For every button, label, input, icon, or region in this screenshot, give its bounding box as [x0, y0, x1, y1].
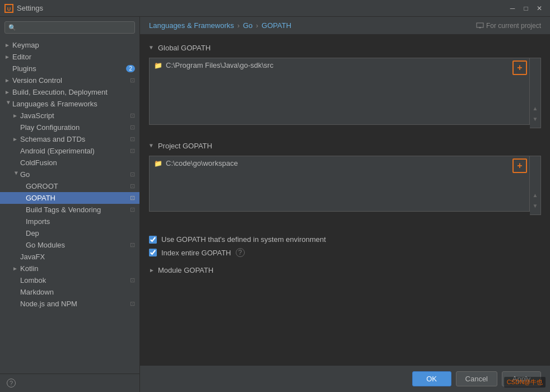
project-path-text-0: C:\code\go\workspace: [166, 159, 238, 167]
search-input[interactable]: [18, 24, 131, 31]
sidebar-item-label: Node.js and NPM: [20, 300, 128, 308]
sidebar-item-editor[interactable]: ► Editor: [0, 51, 139, 63]
sidebar-item-play-configuration[interactable]: Play Configuration ⊡: [0, 122, 139, 133]
sidebar-item-javafx[interactable]: JavaFX: [0, 251, 139, 263]
sidebar-item-plugins[interactable]: Plugins 2: [0, 63, 139, 74]
settings-content: ► Global GOPATH 📁 C:\Program Files\Java\…: [140, 35, 550, 365]
sidebar-item-label: ColdFusion: [20, 158, 135, 167]
checkbox-section: Use GOPATH that's defined in system envi…: [149, 228, 541, 264]
folder-icon: 📁: [154, 160, 162, 167]
sidebar-item-label: GOPATH: [26, 194, 128, 202]
arrow-icon: ►: [4, 42, 12, 48]
watermark: CSDN@牛也: [504, 377, 546, 388]
collapse-arrow-icon[interactable]: ►: [148, 45, 155, 51]
sidebar-item-android[interactable]: Android (Experimental) ⊡: [0, 145, 139, 157]
arrow-icon: ►: [12, 113, 20, 119]
module-gopath-section: ► Module GOPATH: [149, 264, 541, 277]
copy-icon: ⊡: [130, 300, 135, 307]
use-gopath-env-checkbox[interactable]: [149, 236, 157, 244]
sidebar-item-gopath[interactable]: GOPATH ⊡: [0, 192, 139, 204]
sidebar-item-label: Build, Execution, Deployment: [12, 88, 135, 96]
scroll-up-icon[interactable]: ▲: [532, 104, 539, 113]
project-gopath-list-wrapper: 📁 C:\code\go\workspace + ▲ ▼: [149, 156, 541, 215]
sidebar-item-label: Markdown: [20, 288, 135, 296]
breadcrumb-sep-2: ›: [256, 22, 258, 30]
global-gopath-section: ► Global GOPATH 📁 C:\Program Files\Java\…: [149, 44, 541, 128]
window-title: Settings: [17, 4, 506, 12]
sidebar-item-javascript[interactable]: ► JavaScript ⊡: [0, 110, 139, 122]
scroll-up-icon[interactable]: ▲: [532, 191, 539, 199]
sidebar-item-kotlin[interactable]: ► Kotlin: [0, 263, 139, 274]
copy-icon: ⊡: [130, 124, 135, 131]
arrow-icon: ►: [4, 54, 12, 60]
maximize-button[interactable]: □: [520, 2, 532, 15]
global-gopath-list: 📁 C:\Program Files\Java\go-sdk\src +: [149, 58, 530, 125]
module-gopath-arrow-icon[interactable]: ►: [149, 267, 155, 273]
sidebar-item-coldfusion[interactable]: ColdFusion: [0, 157, 139, 169]
sidebar-item-label: Kotlin: [20, 264, 135, 273]
sidebar-item-label: JavaFX: [20, 253, 135, 261]
sidebar-item-schemas-dtds[interactable]: ► Schemas and DTDs ⊡: [0, 133, 139, 145]
sidebar-item-imports[interactable]: Imports: [0, 216, 139, 227]
sidebar-item-keymap[interactable]: ► Keymap: [0, 39, 139, 51]
project-gopath-add-button[interactable]: +: [512, 158, 527, 173]
sidebar-item-goroot[interactable]: GOROOT ⊡: [0, 180, 139, 192]
sidebar-item-label: GOROOT: [26, 182, 128, 190]
sidebar-item-dep[interactable]: Dep: [0, 227, 139, 239]
scroll-down-icon[interactable]: ▼: [532, 202, 539, 210]
footer: OK Cancel Apply: [140, 365, 550, 392]
breadcrumb-go[interactable]: Go: [243, 21, 253, 30]
collapse-arrow-icon[interactable]: ►: [148, 143, 155, 149]
copy-icon: ⊡: [130, 277, 135, 284]
svg-text:U: U: [7, 6, 11, 12]
sidebar-item-markdown[interactable]: Markdown: [0, 286, 139, 298]
close-button[interactable]: ✕: [533, 2, 546, 15]
scroll-down-icon[interactable]: ▼: [532, 115, 539, 123]
app-icon: U: [4, 4, 13, 13]
sidebar-item-languages-frameworks[interactable]: ► Languages & Frameworks: [0, 98, 139, 110]
search-icon: 🔍: [8, 24, 16, 31]
help-icon[interactable]: ?: [236, 248, 245, 257]
cancel-button[interactable]: Cancel: [456, 371, 497, 386]
sidebar-item-label: Dep: [26, 229, 135, 237]
breadcrumb-gopath[interactable]: GOPATH: [262, 21, 291, 30]
arrow-icon: ►: [12, 136, 20, 142]
project-gopath-list: 📁 C:\code\go\workspace +: [149, 156, 530, 212]
title-bar: U Settings ─ □ ✕: [0, 0, 550, 17]
ok-button[interactable]: OK: [412, 371, 451, 386]
breadcrumb-sep-1: ›: [237, 22, 240, 30]
copy-icon: ⊡: [130, 171, 135, 178]
global-gopath-title: Global GOPATH: [158, 44, 211, 52]
sidebar-item-label: Imports: [26, 217, 135, 226]
sidebar-item-version-control[interactable]: ► Version Control ⊡: [0, 74, 139, 86]
arrow-icon: ►: [13, 171, 20, 179]
use-gopath-env-label: Use GOPATH that's defined in system envi…: [161, 235, 326, 244]
sidebar-item-go-modules[interactable]: Go Modules ⊡: [0, 239, 139, 251]
breadcrumb-project: For current project: [476, 22, 541, 30]
sidebar-item-build-tags[interactable]: Build Tags & Vendoring ⊡: [0, 204, 139, 216]
sidebar-item-go[interactable]: ► Go ⊡: [0, 169, 139, 180]
sidebar-item-label: Keymap: [12, 41, 135, 49]
global-gopath-add-button[interactable]: +: [512, 60, 527, 75]
help-button[interactable]: ?: [4, 377, 135, 389]
index-entire-gopath-checkbox[interactable]: [149, 249, 157, 256]
sidebar-item-build-execution[interactable]: ► Build, Execution, Deployment: [0, 86, 139, 98]
copy-icon: ⊡: [130, 241, 135, 249]
sidebar-item-label: Lombok: [20, 276, 128, 284]
module-gopath-title: Module GOPATH: [158, 266, 213, 274]
sidebar-item-label: Build Tags & Vendoring: [26, 206, 128, 214]
sidebar-item-nodejs-npm[interactable]: Node.js and NPM ⊡: [0, 298, 139, 310]
breadcrumb: Languages & Frameworks › Go › GOPATH For…: [140, 17, 550, 35]
arrow-icon: ►: [12, 265, 20, 272]
sidebar-item-label: Go Modules: [26, 241, 128, 249]
project-label: For current project: [486, 22, 541, 30]
arrow-icon: ►: [4, 77, 12, 83]
copy-icon: ⊡: [130, 77, 135, 84]
copy-icon: ⊡: [130, 206, 135, 213]
sidebar-item-label: Plugins: [12, 64, 124, 73]
search-box[interactable]: 🔍: [4, 21, 135, 34]
minimize-button[interactable]: ─: [506, 2, 519, 15]
breadcrumb-languages[interactable]: Languages & Frameworks: [149, 21, 234, 30]
sidebar-item-lombok[interactable]: Lombok ⊡: [0, 274, 139, 286]
index-entire-gopath-label: Index entire GOPATH: [161, 249, 231, 257]
